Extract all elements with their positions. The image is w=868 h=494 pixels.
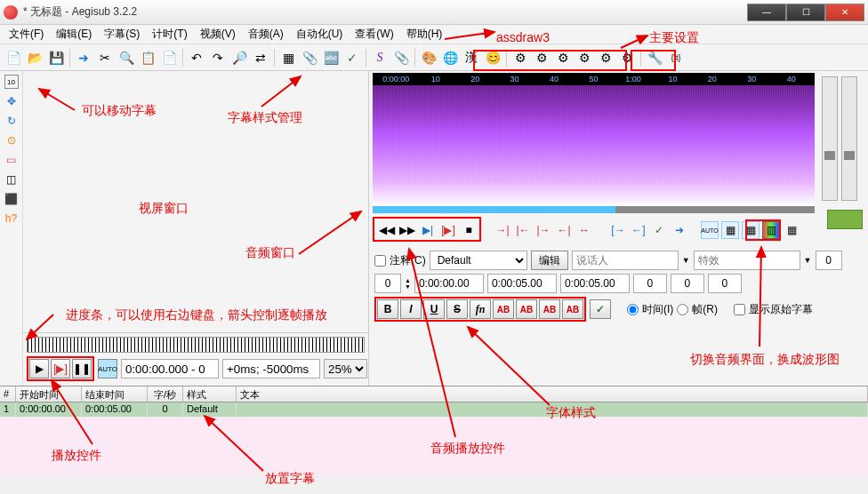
style-manager-icon[interactable]: ▦ (278, 48, 298, 68)
audio-selection-bar[interactable] (373, 206, 815, 213)
col-style[interactable]: 样式 (183, 386, 237, 402)
rotate-z-icon[interactable]: ↻ (4, 114, 19, 128)
color1-button[interactable]: AB (493, 299, 514, 319)
options2-icon[interactable]: ⚙ (596, 48, 615, 68)
end-time-field[interactable] (487, 274, 557, 293)
col-text[interactable]: 文本 (237, 386, 868, 402)
play-line-button[interactable]: [▶] (51, 359, 70, 378)
config3-icon[interactable]: ⚙ (553, 48, 573, 68)
start-time-field[interactable] (414, 274, 484, 293)
style-select[interactable]: Default (430, 251, 527, 270)
audio-play-sel-button[interactable]: [▶] (439, 221, 457, 239)
font-icon[interactable]: 🔤 (321, 48, 341, 68)
kanji-icon[interactable]: 漢 (462, 48, 481, 68)
audio-leadout-button[interactable]: ←] (630, 221, 647, 239)
open-icon[interactable]: 📂 (25, 48, 44, 68)
color4-button[interactable]: AB (562, 299, 583, 319)
bold-button[interactable]: B (377, 299, 398, 319)
video-position-field[interactable] (121, 359, 219, 378)
attach-icon[interactable]: 📎 (300, 48, 319, 68)
scale-tool-icon[interactable]: ▭ (4, 153, 19, 167)
pause-button[interactable]: ❚❚ (72, 359, 92, 378)
options-icon[interactable]: ⚙ (575, 48, 594, 68)
standard-tool-icon[interactable]: 10 (4, 75, 19, 89)
audio-begin-button[interactable]: |→ (534, 221, 552, 239)
copy-icon[interactable]: 📋 (138, 48, 157, 68)
undo-icon[interactable]: ↶ (187, 48, 206, 68)
maximize-button[interactable]: ☐ (786, 4, 825, 21)
medusa-toggle[interactable]: ▦ (783, 221, 800, 239)
layer-spin[interactable] (374, 274, 401, 293)
spectrum-toggle[interactable]: ▥ (762, 221, 780, 239)
col-start[interactable]: 开始时间 (16, 386, 82, 402)
autoscroll-button[interactable]: AUTO (98, 359, 117, 378)
audio-spectrogram[interactable]: 0:00:0010203040501:0010203040 (373, 73, 815, 206)
audio-prev-button[interactable]: ◀◀ (378, 221, 396, 239)
clip-tool-icon[interactable]: ◫ (4, 172, 19, 187)
layer-field[interactable] (816, 251, 842, 270)
subs-delay-field[interactable] (222, 359, 320, 378)
audio-before-button[interactable]: →| (494, 221, 511, 239)
menu-help[interactable]: 帮助(H) (401, 25, 448, 44)
strike-button[interactable]: S (446, 299, 468, 319)
play-button[interactable]: ▶ (29, 359, 49, 378)
col-cps[interactable]: 字/秒 (148, 386, 183, 402)
show-original-checkbox[interactable] (734, 304, 745, 315)
audio-commit-button[interactable]: ✓ (650, 221, 668, 239)
options3-icon[interactable]: ⚙ (617, 48, 637, 68)
spell-icon[interactable]: ✓ (342, 48, 362, 68)
forward-icon[interactable]: ➜ (74, 48, 93, 68)
color2-button[interactable]: AB (516, 299, 537, 319)
menu-timing[interactable]: 计时(T) (147, 25, 192, 44)
shift-icon[interactable]: ⇄ (251, 48, 270, 68)
audio-play-button[interactable]: ▶| (419, 221, 437, 239)
vector-clip-icon[interactable]: ⬛ (4, 192, 19, 206)
config2-icon[interactable]: ⚙ (532, 48, 551, 68)
new-icon[interactable]: 📄 (4, 48, 23, 68)
comment-checkbox[interactable] (374, 255, 386, 267)
drag-tool-icon[interactable]: ✥ (4, 94, 19, 108)
grid-empty-area[interactable] (0, 417, 868, 475)
help-tool-icon[interactable]: h? (4, 211, 19, 226)
effect-field[interactable] (694, 251, 800, 270)
duration-field[interactable] (560, 274, 630, 293)
zoom-icon[interactable]: 🔎 (229, 48, 249, 68)
margin-r-field[interactable] (671, 274, 704, 293)
actor-field[interactable] (572, 251, 679, 270)
menu-edit[interactable]: 编辑(E) (51, 25, 97, 44)
clip-icon[interactable]: 📎 (391, 48, 411, 68)
audio-stop-button[interactable]: ■ (460, 221, 478, 239)
margin-v-field[interactable] (708, 274, 742, 293)
audio-500ms-button[interactable]: ↔ (575, 221, 593, 239)
commit-text-button[interactable]: ✓ (590, 299, 611, 319)
frame-mode-radio[interactable] (677, 304, 688, 315)
color-icon[interactable]: 🎨 (419, 48, 438, 68)
face-icon[interactable]: 😊 (483, 48, 502, 68)
commit-button[interactable] (827, 210, 863, 229)
vertical-zoom-slider[interactable] (841, 76, 857, 201)
auto-scroll-toggle[interactable]: ▦ (742, 221, 760, 239)
video-seek-bar[interactable] (27, 337, 365, 353)
time-mode-radio[interactable] (627, 304, 639, 315)
audio-leadin-button[interactable]: [→ (609, 221, 627, 239)
menu-automation[interactable]: 自动化(U) (291, 25, 349, 44)
minimize-button[interactable]: — (747, 4, 786, 21)
col-num[interactable]: # (0, 386, 16, 402)
audio-after-button[interactable]: |← (514, 221, 532, 239)
color3-button[interactable]: AB (539, 299, 560, 319)
redo-icon[interactable]: ↷ (208, 48, 228, 68)
zoom-select[interactable]: 25% (324, 359, 367, 378)
assdraw-icon[interactable]: S (370, 48, 390, 68)
translate-icon[interactable]: 🌐 (440, 48, 460, 68)
close-button[interactable]: ✕ (825, 4, 864, 21)
cut-icon[interactable]: ✂ (95, 48, 115, 68)
underline-button[interactable]: U (423, 299, 445, 319)
audio-end-button[interactable]: ←| (555, 221, 573, 239)
audio-next-button[interactable]: ▶▶ (398, 221, 416, 239)
rotate-xy-icon[interactable]: ⊙ (4, 133, 19, 147)
edit-style-button[interactable]: 编辑 (531, 251, 568, 270)
tag-icon[interactable]: {\t} (666, 48, 686, 68)
font-button[interactable]: fn (470, 299, 491, 319)
config1-icon[interactable]: ⚙ (510, 48, 530, 68)
margin-l-field[interactable] (633, 274, 667, 293)
